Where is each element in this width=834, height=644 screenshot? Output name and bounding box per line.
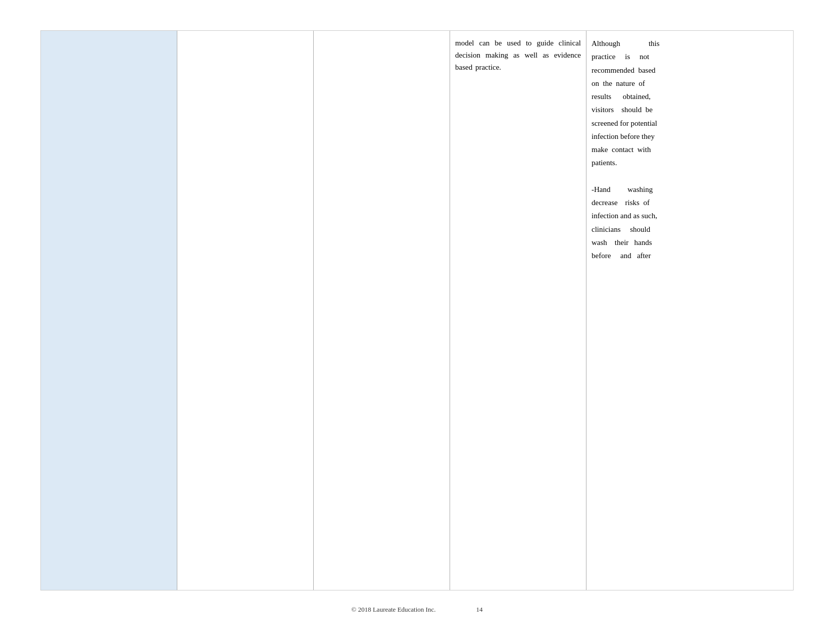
left-column-text: model can be used to guide clinical deci…	[455, 37, 581, 73]
col-empty-1	[177, 31, 314, 590]
page-container: model can be used to guide clinical deci…	[0, 0, 834, 644]
footer-copyright: © 2018 Laureate Education Inc.	[352, 606, 436, 614]
col-content-right: Although thispractice is notrecommended …	[586, 31, 723, 590]
col-empty-2	[314, 31, 450, 590]
footer: © 2018 Laureate Education Inc. 14	[40, 606, 794, 614]
footer-page-number: 14	[476, 606, 482, 614]
right-text-span: Although thispractice is notrecommended …	[592, 39, 660, 260]
col-blue	[41, 31, 177, 590]
main-table: model can be used to guide clinical deci…	[40, 30, 794, 590]
col-content-left: model can be used to guide clinical deci…	[450, 31, 586, 590]
right-column-text: Although thispractice is notrecommended …	[592, 37, 718, 262]
